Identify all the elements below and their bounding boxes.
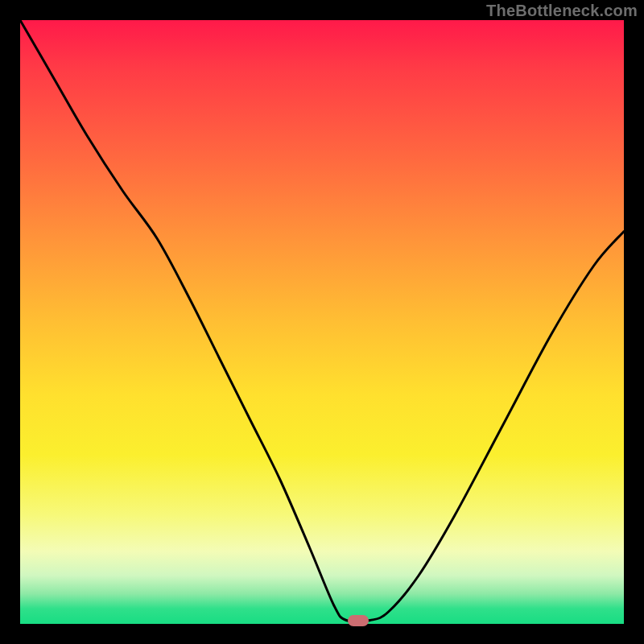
watermark-text: TheBottleneck.com	[486, 2, 638, 20]
outer-frame: TheBottleneck.com	[0, 0, 644, 644]
optimum-marker	[348, 615, 369, 626]
bottleneck-curve	[0, 0, 644, 644]
